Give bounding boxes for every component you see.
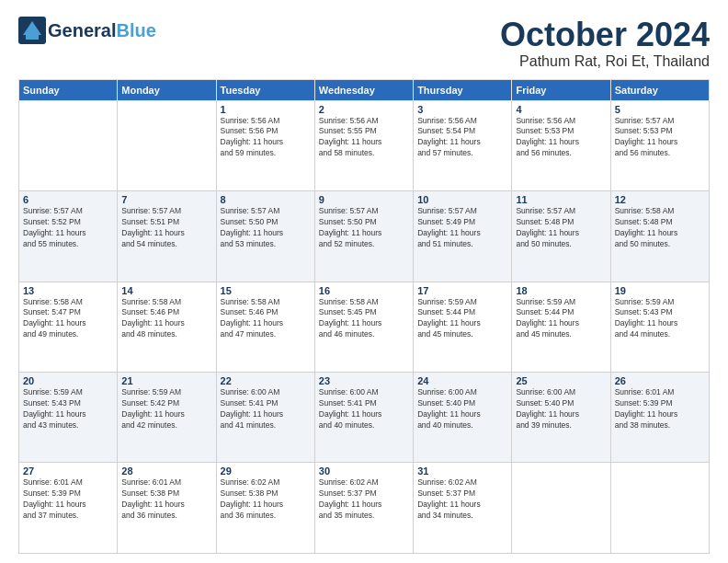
day-number: 10	[417, 194, 507, 205]
day-info: Sunrise: 5:58 AM Sunset: 5:46 PM Dayligh…	[221, 297, 311, 341]
table-row: 15Sunrise: 5:58 AM Sunset: 5:46 PM Dayli…	[216, 282, 314, 372]
day-info: Sunrise: 5:57 AM Sunset: 5:49 PM Dayligh…	[417, 206, 507, 250]
calendar-week-row: 1Sunrise: 5:56 AM Sunset: 5:56 PM Daylig…	[19, 100, 710, 190]
location: Pathum Rat, Roi Et, Thailand	[500, 53, 710, 70]
header: GeneralBlue October 2024 Pathum Rat, Roi…	[18, 17, 710, 70]
day-info: Sunrise: 5:58 AM Sunset: 5:47 PM Dayligh…	[23, 297, 113, 341]
day-number: 1	[221, 104, 311, 115]
day-info: Sunrise: 6:02 AM Sunset: 5:37 PM Dayligh…	[417, 477, 507, 522]
day-number: 22	[221, 375, 311, 386]
table-row: 14Sunrise: 5:58 AM Sunset: 5:46 PM Dayli…	[118, 282, 216, 372]
day-number: 6	[23, 194, 113, 205]
table-row	[610, 463, 709, 554]
table-row: 18Sunrise: 5:59 AM Sunset: 5:44 PM Dayli…	[512, 282, 610, 372]
month-title: October 2024	[500, 17, 710, 53]
day-info: Sunrise: 5:57 AM Sunset: 5:48 PM Dayligh…	[516, 206, 606, 250]
table-row: 6Sunrise: 5:57 AM Sunset: 5:52 PM Daylig…	[19, 191, 118, 282]
table-row: 9Sunrise: 5:57 AM Sunset: 5:50 PM Daylig…	[314, 191, 413, 282]
table-row: 16Sunrise: 5:58 AM Sunset: 5:45 PM Dayli…	[314, 282, 413, 372]
logo-icon	[18, 17, 46, 44]
day-info: Sunrise: 5:56 AM Sunset: 5:53 PM Dayligh…	[516, 116, 606, 160]
table-row: 10Sunrise: 5:57 AM Sunset: 5:49 PM Dayli…	[414, 191, 512, 282]
table-row: 5Sunrise: 5:57 AM Sunset: 5:53 PM Daylig…	[610, 100, 709, 190]
page: GeneralBlue October 2024 Pathum Rat, Roi…	[0, 0, 728, 563]
table-row: 21Sunrise: 5:59 AM Sunset: 5:42 PM Dayli…	[118, 373, 216, 463]
day-number: 2	[319, 104, 409, 115]
day-number: 29	[221, 465, 311, 477]
col-friday: Friday	[512, 79, 610, 100]
calendar-week-row: 20Sunrise: 5:59 AM Sunset: 5:43 PM Dayli…	[19, 373, 710, 463]
day-info: Sunrise: 6:02 AM Sunset: 5:38 PM Dayligh…	[221, 477, 311, 522]
calendar-week-row: 27Sunrise: 6:01 AM Sunset: 5:39 PM Dayli…	[19, 463, 710, 554]
day-info: Sunrise: 5:56 AM Sunset: 5:55 PM Dayligh…	[319, 116, 409, 160]
day-info: Sunrise: 5:58 AM Sunset: 5:46 PM Dayligh…	[121, 297, 211, 341]
day-number: 12	[615, 194, 705, 205]
calendar-week-row: 6Sunrise: 5:57 AM Sunset: 5:52 PM Daylig…	[19, 191, 710, 282]
day-info: Sunrise: 5:57 AM Sunset: 5:50 PM Dayligh…	[319, 206, 409, 250]
table-row: 22Sunrise: 6:00 AM Sunset: 5:41 PM Dayli…	[216, 373, 314, 463]
logo-general: General	[48, 20, 116, 40]
day-number: 5	[615, 104, 705, 115]
day-info: Sunrise: 6:01 AM Sunset: 5:38 PM Dayligh…	[121, 477, 211, 522]
day-info: Sunrise: 6:01 AM Sunset: 5:39 PM Dayligh…	[615, 387, 705, 431]
calendar-header-row: Sunday Monday Tuesday Wednesday Thursday…	[19, 79, 710, 100]
day-number: 20	[23, 375, 113, 386]
table-row	[512, 463, 610, 554]
day-info: Sunrise: 6:01 AM Sunset: 5:39 PM Dayligh…	[23, 477, 113, 522]
table-row: 30Sunrise: 6:02 AM Sunset: 5:37 PM Dayli…	[314, 463, 413, 554]
table-row: 19Sunrise: 5:59 AM Sunset: 5:43 PM Dayli…	[610, 282, 709, 372]
table-row: 25Sunrise: 6:00 AM Sunset: 5:40 PM Dayli…	[512, 373, 610, 463]
table-row: 26Sunrise: 6:01 AM Sunset: 5:39 PM Dayli…	[610, 373, 709, 463]
calendar-table: Sunday Monday Tuesday Wednesday Thursday…	[18, 79, 710, 554]
day-info: Sunrise: 5:59 AM Sunset: 5:44 PM Dayligh…	[417, 297, 507, 341]
day-info: Sunrise: 6:00 AM Sunset: 5:41 PM Dayligh…	[221, 387, 311, 431]
day-number: 18	[516, 285, 606, 296]
day-number: 7	[121, 194, 211, 205]
col-thursday: Thursday	[414, 79, 512, 100]
table-row: 23Sunrise: 6:00 AM Sunset: 5:41 PM Dayli…	[314, 373, 413, 463]
day-info: Sunrise: 6:00 AM Sunset: 5:41 PM Dayligh…	[319, 387, 409, 431]
day-number: 13	[23, 285, 113, 296]
calendar-week-row: 13Sunrise: 5:58 AM Sunset: 5:47 PM Dayli…	[19, 282, 710, 372]
table-row: 11Sunrise: 5:57 AM Sunset: 5:48 PM Dayli…	[512, 191, 610, 282]
day-number: 11	[516, 194, 606, 205]
table-row: 12Sunrise: 5:58 AM Sunset: 5:48 PM Dayli…	[610, 191, 709, 282]
logo: GeneralBlue	[18, 17, 156, 44]
table-row: 29Sunrise: 6:02 AM Sunset: 5:38 PM Dayli…	[216, 463, 314, 554]
table-row: 28Sunrise: 6:01 AM Sunset: 5:38 PM Dayli…	[118, 463, 216, 554]
day-number: 25	[516, 375, 606, 386]
table-row: 20Sunrise: 5:59 AM Sunset: 5:43 PM Dayli…	[19, 373, 118, 463]
table-row: 2Sunrise: 5:56 AM Sunset: 5:55 PM Daylig…	[314, 100, 413, 190]
table-row: 3Sunrise: 5:56 AM Sunset: 5:54 PM Daylig…	[414, 100, 512, 190]
day-number: 21	[121, 375, 211, 386]
day-number: 4	[516, 104, 606, 115]
table-row: 13Sunrise: 5:58 AM Sunset: 5:47 PM Dayli…	[19, 282, 118, 372]
day-number: 3	[417, 104, 507, 115]
day-info: Sunrise: 5:56 AM Sunset: 5:54 PM Dayligh…	[417, 116, 507, 160]
day-info: Sunrise: 6:00 AM Sunset: 5:40 PM Dayligh…	[417, 387, 507, 431]
table-row: 27Sunrise: 6:01 AM Sunset: 5:39 PM Dayli…	[19, 463, 118, 554]
day-info: Sunrise: 5:57 AM Sunset: 5:52 PM Dayligh…	[23, 206, 113, 250]
col-tuesday: Tuesday	[216, 79, 314, 100]
day-info: Sunrise: 5:57 AM Sunset: 5:51 PM Dayligh…	[121, 206, 211, 250]
svg-rect-2	[26, 35, 39, 40]
day-number: 24	[417, 375, 507, 386]
table-row	[118, 100, 216, 190]
day-info: Sunrise: 5:58 AM Sunset: 5:45 PM Dayligh…	[319, 297, 409, 341]
day-number: 19	[615, 285, 705, 296]
table-row	[19, 100, 118, 190]
day-info: Sunrise: 5:59 AM Sunset: 5:43 PM Dayligh…	[615, 297, 705, 341]
day-info: Sunrise: 5:56 AM Sunset: 5:56 PM Dayligh…	[221, 116, 311, 160]
table-row: 7Sunrise: 5:57 AM Sunset: 5:51 PM Daylig…	[118, 191, 216, 282]
day-number: 30	[319, 465, 409, 477]
table-row: 8Sunrise: 5:57 AM Sunset: 5:50 PM Daylig…	[216, 191, 314, 282]
day-info: Sunrise: 5:57 AM Sunset: 5:50 PM Dayligh…	[221, 206, 311, 250]
day-number: 14	[121, 285, 211, 296]
day-number: 31	[417, 465, 507, 477]
table-row: 4Sunrise: 5:56 AM Sunset: 5:53 PM Daylig…	[512, 100, 610, 190]
day-number: 15	[221, 285, 311, 296]
day-info: Sunrise: 5:58 AM Sunset: 5:48 PM Dayligh…	[615, 206, 705, 250]
title-area: October 2024 Pathum Rat, Roi Et, Thailan…	[500, 17, 710, 70]
day-number: 16	[319, 285, 409, 296]
table-row: 1Sunrise: 5:56 AM Sunset: 5:56 PM Daylig…	[216, 100, 314, 190]
